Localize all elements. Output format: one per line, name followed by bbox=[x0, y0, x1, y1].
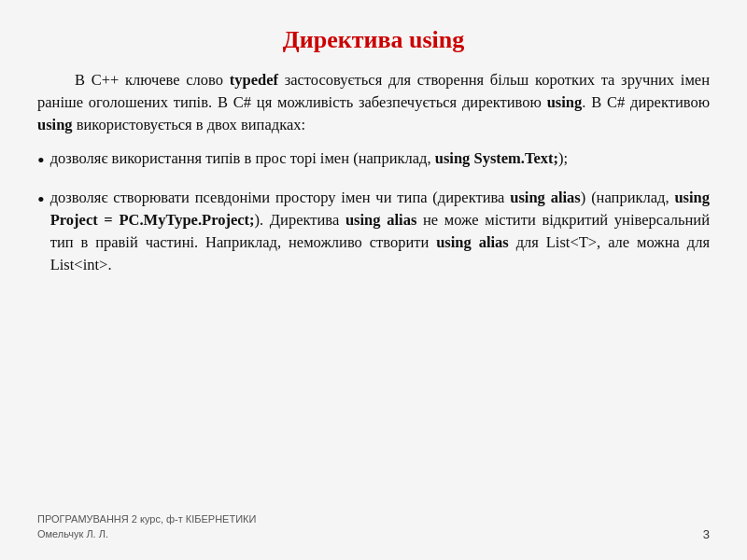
typedef-keyword: typedef bbox=[230, 71, 278, 89]
bullet-item-1: • дозволяє використання типів в прос тор… bbox=[37, 147, 710, 175]
using-alias-1: using alias bbox=[510, 189, 581, 206]
bullet-text-2: дозволяє створювати псевдоніми простору … bbox=[50, 187, 710, 276]
slide-title: Директива using bbox=[37, 26, 710, 54]
bullet-dot-1: • bbox=[37, 147, 45, 175]
bullet-dot-2: • bbox=[37, 187, 45, 214]
using-system-text: using System.Text; bbox=[435, 149, 558, 167]
slide: Директива using В С++ ключеве слово type… bbox=[0, 0, 747, 560]
using-alias-3: using alias bbox=[436, 233, 509, 251]
slide-body: В С++ ключеве слово typedef застосовуєть… bbox=[37, 69, 710, 505]
footer-page-number: 3 bbox=[703, 527, 710, 541]
using-keyword-2: using bbox=[37, 116, 73, 133]
intro-paragraph: В С++ ключеве слово typedef застосовуєть… bbox=[37, 69, 710, 136]
footer-course: ПРОГРАМУВАННЯ 2 курс, ф-т КІБЕРНЕТИКИ bbox=[37, 512, 256, 526]
bullet-item-2: • дозволяє створювати псевдоніми простор… bbox=[37, 187, 710, 276]
footer-author: Омельчук Л. Л. bbox=[37, 527, 256, 541]
using-keyword-1: using bbox=[547, 93, 583, 111]
footer-left: ПРОГРАМУВАННЯ 2 курс, ф-т КІБЕРНЕТИКИ Ом… bbox=[37, 512, 256, 541]
bullet-text-1: дозволяє використання типів в прос торі … bbox=[50, 147, 710, 170]
bullet-list: • дозволяє використання типів в прос тор… bbox=[37, 147, 710, 276]
slide-footer: ПРОГРАМУВАННЯ 2 курс, ф-т КІБЕРНЕТИКИ Ом… bbox=[37, 505, 710, 541]
using-alias-2: using alias bbox=[345, 211, 416, 229]
